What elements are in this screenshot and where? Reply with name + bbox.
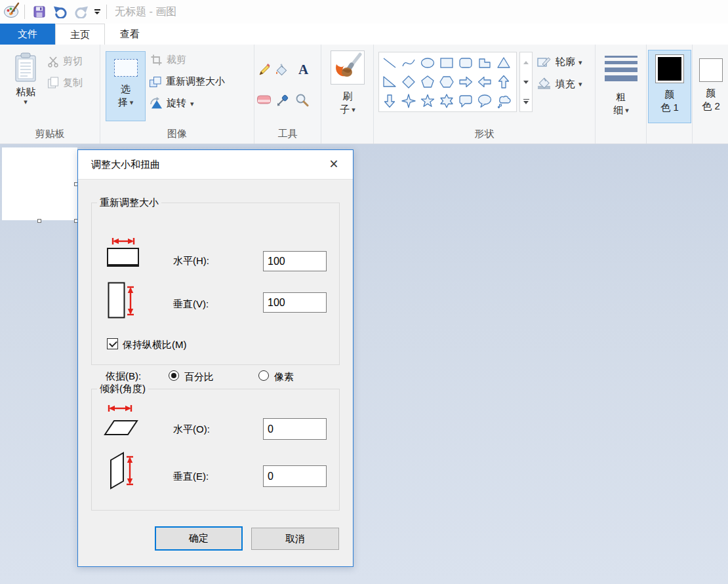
shape-six-point-star-icon[interactable] [437,91,456,110]
text-tool-icon: A [298,62,308,78]
fill-tool-button[interactable] [273,62,289,78]
shape-line-icon[interactable] [380,53,399,72]
shape-right-triangle-icon[interactable] [380,72,399,91]
undo-button[interactable] [52,3,69,20]
rotate-button[interactable]: 旋转 ▾ [149,97,194,109]
maintain-aspect-checkbox[interactable] [107,338,118,349]
group-brushes: 刷 子▾ [321,45,374,144]
close-icon[interactable]: × [324,154,344,174]
shape-rounded-rectangle-icon[interactable] [456,53,475,72]
skew-vertical-input[interactable] [263,465,327,487]
tools-group-label: 工具 [254,128,321,140]
copy-button[interactable]: 复制 [47,76,83,89]
shape-five-point-star-icon[interactable] [418,91,437,110]
tab-view[interactable]: 查看 [105,24,155,45]
paste-button[interactable]: 粘贴 ▾ [7,51,45,122]
shape-polygon-icon[interactable] [475,53,494,72]
shape-ellipse-icon[interactable] [418,53,437,72]
size-button[interactable]: 粗 细▾ [599,50,643,126]
undo-icon [53,5,68,18]
resize-label: 重新调整大小 [166,75,225,88]
shape-down-arrow-icon[interactable] [380,91,399,110]
group-shapes: 轮廓 ▾ 填充 ▾ 形状 [374,45,596,144]
resize-icon [149,76,162,88]
shapes-more-button[interactable] [520,92,532,111]
select-label-2: 择 [118,96,128,109]
shape-four-point-star-icon[interactable] [399,91,418,110]
ok-button[interactable]: 确定 [155,526,243,551]
resize-button[interactable]: 重新调整大小 [149,75,225,88]
shape-triangle-icon[interactable] [494,53,513,72]
shape-right-arrow-icon[interactable] [456,72,475,91]
magnifier-tool-button[interactable] [294,92,310,108]
text-tool-button[interactable]: A [295,62,312,78]
select-label-1: 选 [121,83,131,96]
pencil-tool-button[interactable] [256,62,272,78]
clipboard-group-label: 剪贴板 [0,128,100,140]
brushes-button[interactable]: 刷 子▾ [327,50,369,126]
fill-button[interactable]: 填充 ▾ [536,77,582,90]
pencil-icon [257,63,272,77]
shape-curve-icon[interactable] [399,53,418,72]
scissors-icon [47,56,59,68]
resize-skew-dialog: 调整大小和扭曲 × 重新调整大小 依据(B): 百分比 像素 [77,149,354,567]
outline-label: 轮廓 [556,56,575,68]
outline-icon [536,56,552,68]
shape-oval-callout-icon[interactable] [475,91,494,110]
rotate-dropdown-icon: ▾ [190,100,194,107]
horizontal-skew-icon [102,403,140,440]
group-tools: A 工具 [254,45,321,144]
dialog-title-bar[interactable]: 调整大小和扭曲 × [78,150,353,180]
shape-rectangle-icon[interactable] [437,53,456,72]
line-thickness-icon [605,56,637,85]
rotate-label: 旋转 [167,97,186,109]
rotate-icon [149,97,163,109]
color1-button[interactable]: 颜 色 1 [648,50,691,123]
percent-radio[interactable] [169,370,179,381]
shapes-scroll-up-button[interactable] [520,52,532,72]
outline-dropdown-icon: ▾ [578,59,582,66]
shape-up-arrow-icon[interactable] [494,72,513,91]
fill-bucket-icon [274,63,289,77]
pixels-radio[interactable] [258,370,269,381]
group-clipboard: 粘贴 ▾ 剪切 复制 剪贴板 [0,45,100,144]
canvas[interactable] [2,147,77,220]
color2-button[interactable]: 颜 色 2 [694,54,728,123]
group-image: 选 择▾ 裁剪 重新调整大小 [100,45,254,144]
paint-app: 无标题 - 画图 文件 主页 查看 粘贴 ▾ [0,0,728,584]
eraser-tool-button[interactable] [256,92,272,108]
copy-label: 复制 [63,77,83,89]
cancel-button[interactable]: 取消 [251,528,339,550]
skew-horizontal-input[interactable] [263,418,327,440]
shape-diamond-icon[interactable] [399,72,418,91]
color-picker-tool-button[interactable] [274,92,291,108]
redo-button[interactable] [73,3,90,20]
ribbon: 粘贴 ▾ 剪切 复制 剪贴板 [0,45,728,144]
shape-cloud-callout-icon[interactable] [494,91,513,110]
qat-customize-dropdown[interactable] [92,5,102,18]
shape-rounded-callout-icon[interactable] [456,91,475,110]
skew-horizontal-label: 水平(O): [173,423,210,436]
color1-label-2: 色 1 [660,101,679,114]
tab-home[interactable]: 主页 [55,24,105,45]
outline-button[interactable]: 轮廓 ▾ [536,56,582,68]
tab-file[interactable]: 文件 [0,24,55,45]
dialog-title: 调整大小和扭曲 [91,159,160,171]
horizontal-resize-icon [106,237,141,271]
cut-button[interactable]: 剪切 [47,55,83,68]
size-label-2: 细 [613,104,623,117]
shape-hexagon-icon[interactable] [437,72,456,91]
resize-horizontal-input[interactable] [263,251,327,271]
shape-pentagon-icon[interactable] [418,72,437,91]
maintain-aspect-label: 保持纵横比(M) [123,339,187,351]
color1-label-1: 颜 [664,88,674,101]
shapes-scroll-down-button[interactable] [520,72,532,92]
vertical-resize-icon [107,281,136,323]
crop-button[interactable]: 裁剪 [150,54,186,66]
resize-vertical-input[interactable] [263,292,327,313]
shape-left-arrow-icon[interactable] [475,72,494,91]
save-button[interactable] [31,3,48,20]
paint-logo-icon [3,2,20,22]
select-button[interactable]: 选 择▾ [106,51,146,121]
canvas-resize-handle-bottom[interactable] [37,219,41,223]
